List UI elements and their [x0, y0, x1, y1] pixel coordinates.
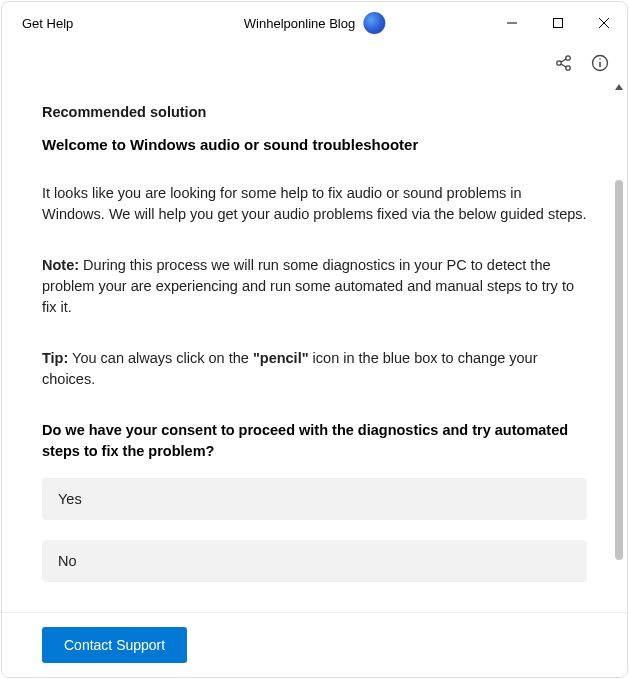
- minimize-button[interactable]: [489, 7, 535, 39]
- tip-pre: You can always click on the: [68, 350, 253, 366]
- window-controls: [489, 7, 627, 39]
- page-heading: Welcome to Windows audio or sound troubl…: [42, 136, 587, 153]
- svg-point-6: [566, 66, 570, 70]
- svg-point-11: [599, 58, 601, 60]
- section-label: Recommended solution: [42, 104, 587, 120]
- scroll-up-arrow-icon[interactable]: [614, 82, 624, 92]
- consent-question: Do we have your consent to proceed with …: [42, 420, 587, 462]
- info-icon[interactable]: [591, 54, 609, 72]
- title-center: Winhelponline Blog: [244, 12, 385, 34]
- svg-point-4: [557, 61, 561, 65]
- svg-rect-1: [554, 19, 563, 28]
- intro-paragraph: It looks like you are looking for some h…: [42, 183, 587, 225]
- svg-line-7: [561, 59, 566, 62]
- titlebar: Get Help Winhelponline Blog: [2, 2, 627, 44]
- blog-title: Winhelponline Blog: [244, 16, 355, 31]
- tip-label: Tip:: [42, 350, 68, 366]
- content-area: Recommended solution Welcome to Windows …: [2, 82, 627, 620]
- contact-support-button[interactable]: Contact Support: [42, 627, 187, 663]
- close-button[interactable]: [581, 7, 627, 39]
- svg-line-8: [561, 64, 566, 67]
- toolbar: [2, 44, 627, 82]
- note-paragraph: Note: During this process we will run so…: [42, 255, 587, 318]
- svg-point-5: [566, 56, 570, 60]
- scrollbar[interactable]: [614, 82, 624, 620]
- note-text: During this process we will run some dia…: [42, 257, 574, 315]
- tip-paragraph: Tip: You can always click on the "pencil…: [42, 348, 587, 390]
- option-yes-button[interactable]: Yes: [42, 478, 587, 520]
- note-label: Note:: [42, 257, 79, 273]
- globe-icon: [363, 12, 385, 34]
- maximize-button[interactable]: [535, 7, 581, 39]
- tip-bold: "pencil": [253, 350, 309, 366]
- share-icon[interactable]: [555, 54, 573, 72]
- scroll-thumb[interactable]: [615, 180, 623, 560]
- footer: Contact Support: [2, 612, 627, 677]
- app-name: Get Help: [22, 16, 73, 31]
- option-no-button[interactable]: No: [42, 540, 587, 582]
